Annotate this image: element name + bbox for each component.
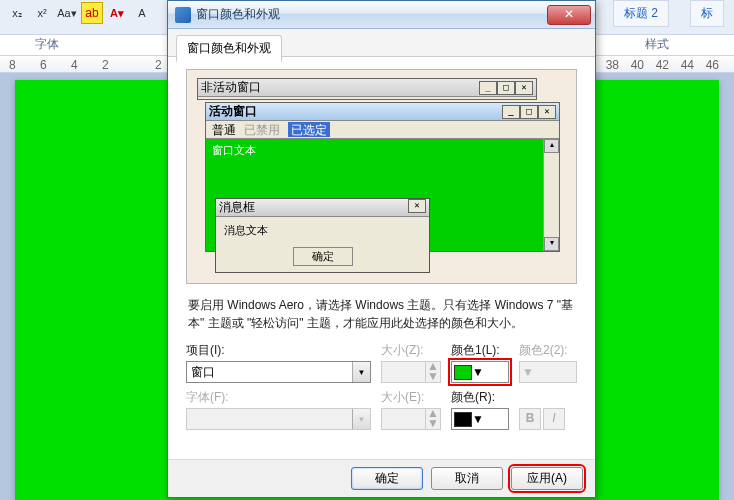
color-r-label: 颜色(R): bbox=[451, 389, 509, 406]
color1-swatch bbox=[454, 365, 472, 380]
cancel-button[interactable]: 取消 bbox=[431, 467, 503, 490]
dialog-titlebar[interactable]: 窗口颜色和外观 ✕ bbox=[168, 1, 595, 29]
preview-inactive-window: 非活动窗口 _□✕ bbox=[197, 78, 537, 100]
style-heading-n[interactable]: 标 bbox=[690, 0, 724, 27]
superscript-btn[interactable]: x² bbox=[31, 2, 53, 24]
chevron-down-icon: ▼ bbox=[352, 409, 370, 429]
font-color-btn[interactable]: A▾ bbox=[106, 2, 128, 24]
chevron-down-icon: ▼ bbox=[472, 412, 484, 426]
chevron-down-icon: ▼ bbox=[352, 362, 370, 382]
color1-combo[interactable]: ▼ bbox=[451, 361, 509, 383]
dialog-tabs: 窗口颜色和外观 bbox=[168, 29, 595, 57]
highlight-btn[interactable]: ab bbox=[81, 2, 103, 24]
font-label: 字体(F): bbox=[186, 389, 371, 406]
preview-msgbox: 消息框✕ 消息文本 确定 bbox=[215, 198, 430, 273]
style-group-label: 样式 bbox=[645, 36, 669, 53]
char-shading-btn[interactable]: A bbox=[131, 2, 153, 24]
subscript-btn[interactable]: x₂ bbox=[6, 2, 28, 24]
preview-msgbox-ok: 确定 bbox=[293, 247, 353, 266]
hint-text: 要启用 Windows Aero，请选择 Windows 主题。只有选择 Win… bbox=[188, 296, 575, 332]
tab-appearance[interactable]: 窗口颜色和外观 bbox=[176, 35, 282, 62]
apply-button[interactable]: 应用(A) bbox=[511, 467, 583, 490]
chevron-down-icon: ▼ bbox=[522, 365, 534, 379]
size-z-label: 大小(Z): bbox=[381, 342, 441, 359]
window-color-dialog: 窗口颜色和外观 ✕ 窗口颜色和外观 非活动窗口 _□✕ 活动窗口 _□✕ 普通 … bbox=[167, 0, 596, 498]
dialog-footer: 确定 取消 应用(A) bbox=[168, 459, 595, 497]
chevron-down-icon: ▼ bbox=[472, 365, 484, 379]
ok-button[interactable]: 确定 bbox=[351, 467, 423, 490]
color-r-combo[interactable]: ▼ bbox=[451, 408, 509, 430]
color2-combo: ▼ bbox=[519, 361, 577, 383]
italic-button: I bbox=[543, 408, 565, 430]
dialog-icon bbox=[175, 7, 191, 23]
bold-button: B bbox=[519, 408, 541, 430]
item-label: 项目(I): bbox=[186, 342, 371, 359]
dialog-title: 窗口颜色和外观 bbox=[196, 6, 547, 23]
preview-pane: 非活动窗口 _□✕ 活动窗口 _□✕ 普通 已禁用 已选定 窗口文本 ▴▾ bbox=[186, 69, 577, 284]
style-heading2[interactable]: 标题 2 bbox=[613, 0, 669, 27]
size-z-spinner: ▲▼ bbox=[381, 361, 441, 383]
size-e-label: 大小(E): bbox=[381, 389, 441, 406]
color-r-swatch bbox=[454, 412, 472, 427]
color1-label: 颜色1(L): bbox=[451, 342, 509, 359]
item-combo[interactable]: 窗口▼ bbox=[186, 361, 371, 383]
size-e-spinner: ▲▼ bbox=[381, 408, 441, 430]
close-icon[interactable]: ✕ bbox=[547, 5, 591, 25]
change-case-btn[interactable]: Aa▾ bbox=[56, 2, 78, 24]
font-group-label: 字体 bbox=[35, 36, 59, 53]
color2-label: 颜色2(2): bbox=[519, 342, 577, 359]
font-combo: ▼ bbox=[186, 408, 371, 430]
